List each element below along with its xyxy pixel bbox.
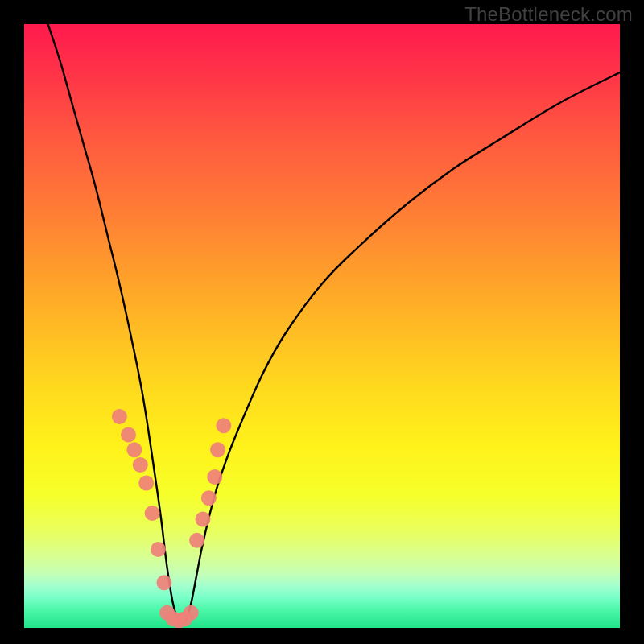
highlight-point	[126, 442, 142, 457]
highlight-point	[196, 512, 211, 527]
highlight-point	[184, 605, 199, 621]
highlight-point	[145, 506, 160, 521]
bottleneck-curve	[48, 24, 620, 625]
watermark-text: TheBottleneck.com	[464, 3, 633, 26]
highlight-point	[138, 476, 154, 491]
highlight-point	[207, 469, 222, 485]
highlight-point	[210, 442, 225, 457]
plot-area	[24, 24, 620, 628]
highlight-point	[201, 490, 217, 506]
highlight-point	[216, 418, 231, 433]
highlight-point	[156, 575, 171, 590]
highlight-point	[151, 542, 166, 557]
chart-frame: TheBottleneck.com	[0, 0, 644, 644]
highlight-point	[121, 427, 136, 443]
highlight-point	[189, 533, 204, 548]
highlight-point	[112, 409, 127, 424]
chart-svg	[24, 24, 620, 628]
highlight-point	[133, 457, 148, 473]
